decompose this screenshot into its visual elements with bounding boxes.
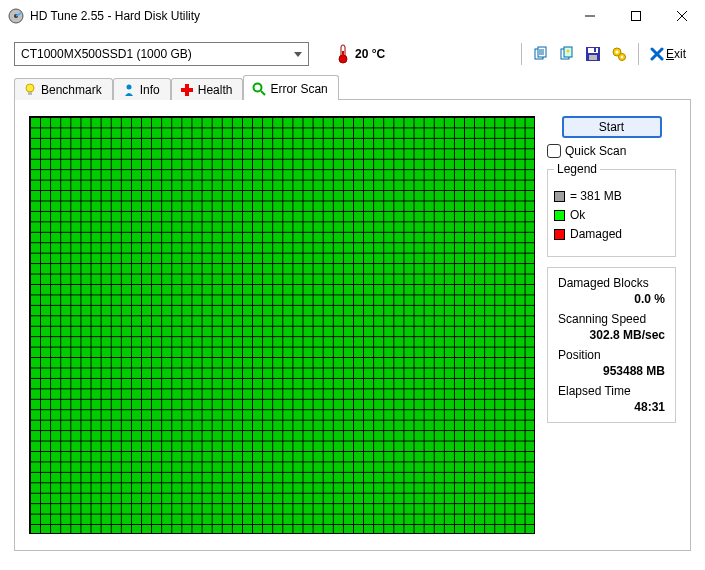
checkbox-icon xyxy=(547,144,561,158)
temperature-display: 20 °C xyxy=(337,44,385,64)
lightbulb-icon xyxy=(23,83,37,97)
scanning-speed-value: 302.8 MB/sec xyxy=(558,328,665,342)
copy-image-icon xyxy=(559,46,575,62)
tab-health[interactable]: Health xyxy=(171,78,244,100)
exit-button[interactable]: Exit xyxy=(645,42,691,66)
svg-rect-5 xyxy=(342,51,344,59)
tab-label: Health xyxy=(198,83,233,97)
legend-block-text: = 381 MB xyxy=(570,189,622,203)
tab-benchmark[interactable]: Benchmark xyxy=(14,78,113,100)
swatch-green-icon xyxy=(554,210,565,221)
tab-strip: Benchmark Info Health Error Scan xyxy=(14,75,691,100)
tab-label: Error Scan xyxy=(270,82,327,96)
quick-scan-label: Quick Scan xyxy=(565,144,626,158)
title-bar: HD Tune 2.55 - Hard Disk Utility xyxy=(0,0,705,32)
tab-error-scan[interactable]: Error Scan xyxy=(243,75,338,100)
swatch-red-icon xyxy=(554,229,565,240)
legend-row-block: = 381 MB xyxy=(554,189,669,203)
svg-rect-23 xyxy=(181,88,193,92)
floppy-disk-icon xyxy=(585,46,601,62)
svg-point-10 xyxy=(566,50,569,53)
elapsed-time-label: Elapsed Time xyxy=(558,384,665,398)
damaged-blocks-label: Damaged Blocks xyxy=(558,276,665,290)
svg-point-24 xyxy=(254,84,262,92)
svg-rect-14 xyxy=(594,48,596,52)
damaged-blocks-value: 0.0 % xyxy=(558,292,665,306)
start-button[interactable]: Start xyxy=(562,116,662,138)
maximize-button[interactable] xyxy=(613,0,659,32)
legend-row-damaged: Damaged xyxy=(554,227,669,241)
copy-pages-icon xyxy=(533,46,549,62)
tab-label: Benchmark xyxy=(41,83,102,97)
drive-select[interactable]: CT1000MX500SSD1 (1000 GB) xyxy=(14,42,309,66)
tab-label: Info xyxy=(140,83,160,97)
window-title: HD Tune 2.55 - Hard Disk Utility xyxy=(30,9,567,23)
options-button[interactable] xyxy=(606,42,632,66)
svg-rect-2 xyxy=(632,12,641,21)
elapsed-time-value: 48:31 xyxy=(558,400,665,414)
position-value: 953488 MB xyxy=(558,364,665,378)
exit-label: Exit xyxy=(666,47,686,61)
copy-info-button[interactable] xyxy=(528,42,554,66)
legend-box: Legend = 381 MB Ok Damaged xyxy=(547,162,676,257)
legend-row-ok: Ok xyxy=(554,208,669,222)
svg-point-19 xyxy=(26,84,34,92)
tab-info[interactable]: Info xyxy=(113,78,171,100)
svg-point-21 xyxy=(126,85,131,90)
separator xyxy=(638,43,639,65)
svg-point-18 xyxy=(621,56,623,58)
toolbar: CT1000MX500SSD1 (1000 GB) 20 °C xyxy=(14,42,691,66)
temperature-value: 20 °C xyxy=(355,47,385,61)
save-button[interactable] xyxy=(580,42,606,66)
svg-rect-13 xyxy=(589,55,597,60)
separator xyxy=(521,43,522,65)
thermometer-icon xyxy=(337,44,349,64)
tab-panel-error-scan: Start Quick Scan Legend = 381 MB Ok xyxy=(14,99,691,551)
legend-damaged-text: Damaged xyxy=(570,227,622,241)
legend-ok-text: Ok xyxy=(570,208,585,222)
close-button[interactable] xyxy=(659,0,705,32)
x-icon xyxy=(650,47,664,61)
block-map-grid xyxy=(29,116,535,534)
copy-screenshot-button[interactable] xyxy=(554,42,580,66)
position-label: Position xyxy=(558,348,665,362)
chevron-down-icon xyxy=(294,52,302,57)
swatch-gray-icon xyxy=(554,191,565,202)
start-label: Start xyxy=(599,120,624,134)
minimize-button[interactable] xyxy=(567,0,613,32)
gears-icon xyxy=(611,46,627,62)
drive-select-value: CT1000MX500SSD1 (1000 GB) xyxy=(21,47,192,61)
scanning-speed-label: Scanning Speed xyxy=(558,312,665,326)
svg-rect-20 xyxy=(28,92,32,95)
info-person-icon xyxy=(122,83,136,97)
magnifier-icon xyxy=(252,82,266,96)
plus-health-icon xyxy=(180,83,194,97)
svg-rect-12 xyxy=(588,48,598,53)
quick-scan-checkbox[interactable]: Quick Scan xyxy=(547,144,676,158)
app-icon xyxy=(8,8,24,24)
legend-title: Legend xyxy=(554,162,600,176)
svg-point-16 xyxy=(615,51,618,54)
stats-box: Damaged Blocks 0.0 % Scanning Speed 302.… xyxy=(547,267,676,423)
